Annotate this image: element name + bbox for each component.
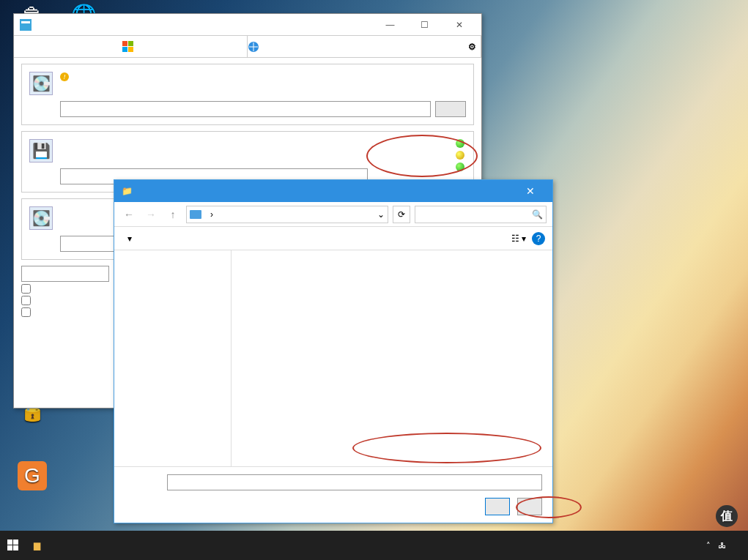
breadcrumb[interactable]: › ⌄ xyxy=(186,206,388,223)
nav-up-button[interactable]: ↑ xyxy=(164,206,182,223)
source-path-input[interactable] xyxy=(60,101,431,117)
maximize-button[interactable]: ☐ xyxy=(408,15,441,35)
close-button[interactable]: ✕ xyxy=(442,15,475,35)
win7-icon xyxy=(248,41,259,53)
dialog-footer xyxy=(114,466,552,523)
svg-rect-9 xyxy=(7,545,12,550)
dialog-titlebar[interactable]: 📁 ✕ xyxy=(114,180,552,202)
svg-rect-10 xyxy=(13,545,18,550)
titlebar[interactable]: — ☐ ✕ xyxy=(14,14,481,36)
chevron-right-icon: › xyxy=(210,209,213,220)
source-icon: 💽 xyxy=(29,72,53,95)
nav-back-button[interactable]: ← xyxy=(120,206,138,223)
browse-source-button[interactable] xyxy=(435,101,466,117)
boot-status xyxy=(453,138,464,173)
taskbar: ▆ ˄ 🖧 xyxy=(0,531,748,560)
install-icon: 💽 xyxy=(29,206,53,230)
folder-picker-dialog: 📁 ✕ ← → ↑ › ⌄ ⟳ 🔍 ▾ ☷ ▾ ? xyxy=(114,179,553,523)
status-dot-green xyxy=(456,139,464,148)
svg-rect-8 xyxy=(13,540,18,545)
help-button[interactable]: ? xyxy=(532,232,545,245)
cancel-button[interactable] xyxy=(517,498,542,515)
system-tray: ˄ 🖧 xyxy=(706,541,748,550)
view-button[interactable]: ☷ ▾ xyxy=(511,234,526,244)
status-dot-yellow xyxy=(456,151,464,160)
select-folder-button[interactable] xyxy=(485,498,510,515)
svg-rect-5 xyxy=(128,47,133,52)
app-icon xyxy=(20,19,32,31)
tray-network-icon[interactable]: 🖧 xyxy=(718,541,726,550)
svg-rect-1 xyxy=(21,21,30,23)
svg-rect-4 xyxy=(122,47,127,52)
start-button[interactable] xyxy=(0,531,26,560)
svg-rect-7 xyxy=(7,540,12,545)
nav-forward-button[interactable]: → xyxy=(142,206,160,223)
drive-list xyxy=(232,250,552,466)
nav-bar: ← → ↑ › ⌄ ⟳ 🔍 xyxy=(114,202,552,227)
dialog-close-button[interactable]: ✕ xyxy=(516,185,545,197)
folder-icon: 📁 xyxy=(122,186,133,196)
toolbar: ▾ ☷ ▾ ? xyxy=(114,227,552,250)
chevron-down-icon[interactable]: ⌄ xyxy=(377,209,385,220)
tray-chevron-icon[interactable]: ˄ xyxy=(706,541,711,550)
status-dot-green xyxy=(456,163,464,171)
diskgenius-icon: G xyxy=(18,461,47,490)
windows-icon xyxy=(7,540,19,551)
explorer-button[interactable]: ▆ xyxy=(26,531,48,560)
svg-rect-2 xyxy=(122,41,127,46)
nav-tree xyxy=(114,250,232,466)
organize-button[interactable]: ▾ xyxy=(122,232,138,245)
folder-name-input[interactable] xyxy=(167,474,542,490)
source-group: 💽 ! xyxy=(21,64,474,125)
tabs: ⚙ xyxy=(14,36,481,58)
warn-icon: ! xyxy=(60,72,69,81)
install-path-input[interactable] xyxy=(60,236,119,252)
refresh-button[interactable]: ⟳ xyxy=(393,206,410,223)
thispc-icon xyxy=(190,210,201,219)
winxp-icon xyxy=(122,41,134,53)
desktop-icon-diskgenius[interactable]: G xyxy=(10,461,54,492)
edition-select[interactable] xyxy=(21,266,109,282)
watermark: 值 xyxy=(716,505,742,527)
search-input[interactable]: 🔍 xyxy=(415,206,547,223)
folder-icon: ▆ xyxy=(34,540,40,550)
watermark-badge-icon: 值 xyxy=(716,505,738,527)
svg-rect-0 xyxy=(20,19,32,31)
minimize-button[interactable]: — xyxy=(374,15,407,35)
search-icon: 🔍 xyxy=(532,209,543,220)
svg-rect-3 xyxy=(128,41,133,46)
boot-icon: 💾 xyxy=(29,139,53,163)
tab-winvista[interactable]: ⚙ xyxy=(248,36,481,57)
tab-win2000[interactable] xyxy=(14,36,248,57)
settings-icon[interactable]: ⚙ xyxy=(468,42,476,52)
